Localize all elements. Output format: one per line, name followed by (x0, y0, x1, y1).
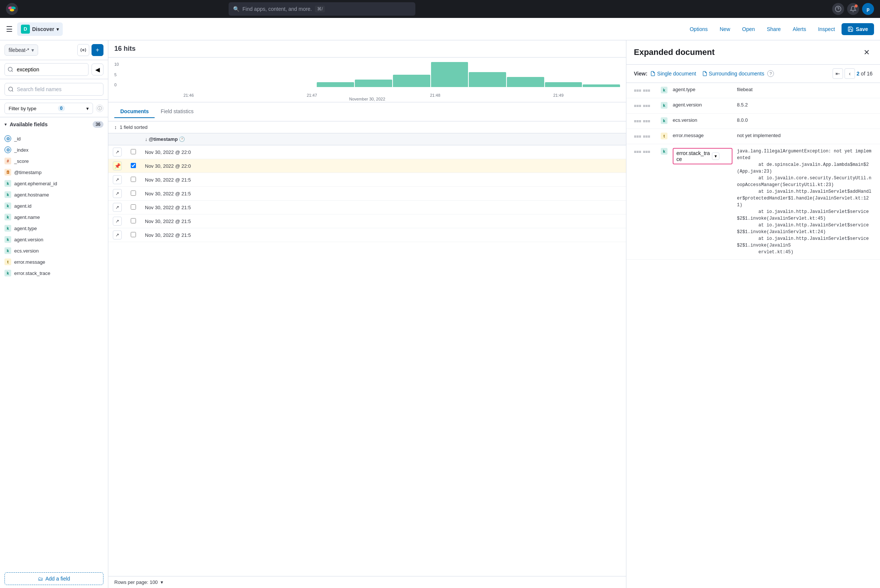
add-filter-button[interactable]: + (91, 44, 103, 56)
table-row: ↗ Nov 30, 2022 @ 21:5 (108, 187, 626, 201)
tab-field-statistics[interactable]: Field statistics (154, 105, 199, 118)
field-type-badge: k (661, 117, 667, 124)
add-field-button[interactable]: 🗂 Add a field (4, 572, 103, 585)
row-checkbox[interactable] (131, 163, 136, 168)
row-checkbox[interactable] (131, 190, 136, 196)
elastic-logo (6, 3, 18, 15)
prev-page-button[interactable]: ‹ (844, 68, 855, 79)
row-expand-button[interactable]: ↗ (113, 175, 122, 184)
hits-bar: 16 hits (108, 40, 626, 57)
user-avatar[interactable]: p (862, 3, 874, 15)
tab-documents[interactable]: Documents (114, 105, 154, 118)
share-button[interactable]: Share (762, 24, 786, 34)
chart-bar (355, 80, 392, 87)
row-expand-button[interactable]: ↗ (113, 147, 122, 156)
field-item-agent-name[interactable]: k agent.name (0, 212, 108, 223)
inspect-button[interactable]: Inspect (813, 24, 840, 34)
row-expand-button[interactable]: ↗ (113, 203, 122, 212)
index-pattern-label: filebeat-* (9, 47, 29, 53)
chart-area: 10 5 0 21:46 21:47 (108, 57, 626, 102)
field-item-index[interactable]: ⊙ _index (0, 144, 108, 155)
field-item-ecs-version[interactable]: k ecs.version (0, 245, 108, 256)
field-row-error-stack-trace: ≡≡≡ ≡≡≡ k error.stack_trace ▾ java.lang.… (627, 144, 880, 260)
alerts-button[interactable]: Alerts (787, 24, 811, 34)
pagination-bar: Rows per page: 100 ▾ (108, 576, 626, 588)
row-checkbox[interactable] (131, 218, 136, 224)
field-action-toggle2[interactable]: ≡≡≡ (643, 133, 650, 140)
field-item-id[interactable]: ⊙ _id (0, 133, 108, 144)
field-item-timestamp[interactable]: 🗓 @timestamp (0, 166, 108, 178)
filter-info-icon[interactable]: ⓘ (96, 105, 103, 112)
stack-trace-text: java.lang.IllegalArgumentException: not … (737, 148, 873, 255)
single-document-link[interactable]: Single document (650, 70, 696, 76)
row-checkbox[interactable] (131, 177, 136, 182)
field-type-badge: k (661, 102, 667, 109)
field-action-toggle2[interactable]: ≡≡≡ (643, 87, 650, 94)
field-action-toggle2[interactable]: ≡≡≡ (643, 102, 650, 110)
chart-bars (127, 62, 620, 87)
top-nav: 🔍 Find apps, content, and more. ⌘/ p (0, 0, 880, 18)
global-search-bar[interactable]: 🔍 Find apps, content, and more. ⌘/ (229, 2, 415, 16)
index-pattern-selector[interactable]: filebeat-* ▾ (4, 45, 38, 56)
field-type-badge-k4: k (4, 214, 11, 220)
field-item-agent-id[interactable]: k agent.id (0, 200, 108, 212)
row-expand-button[interactable]: ↗ (113, 217, 122, 226)
surrounding-docs-link[interactable]: Surrounding documents (702, 70, 765, 76)
row-expand-button[interactable]: 📌 (113, 161, 122, 170)
field-action-toggle2[interactable]: ≡≡≡ (643, 117, 650, 125)
row-checkbox[interactable] (131, 149, 136, 154)
rows-per-page-caret[interactable]: ▾ (160, 579, 163, 585)
field-item-agent-type[interactable]: k agent.type (0, 223, 108, 234)
available-fields-count: 36 (93, 121, 103, 128)
collapse-sidebar-button[interactable]: ◀ (91, 63, 103, 75)
filter-type-dropdown[interactable]: Filter by type 0 ▾ (4, 103, 93, 114)
new-button[interactable]: New (715, 24, 735, 34)
field-action-toggle[interactable]: ≡≡≡ (634, 148, 641, 155)
hits-count: 16 hits (114, 45, 136, 52)
chart-bar (583, 84, 620, 87)
discover-app-button[interactable]: D Discover ▾ (17, 22, 63, 36)
close-panel-button[interactable]: ✕ (861, 46, 873, 58)
field-name-cell: error.message (673, 133, 733, 138)
field-action-toggle2[interactable]: ≡≡≡ (643, 148, 650, 155)
field-item-error-message[interactable]: t error.message (0, 256, 108, 267)
stack-trace-expand-button[interactable]: ▾ (712, 152, 720, 160)
second-nav: ☰ D Discover ▾ Options New Open Share Al… (0, 18, 880, 40)
available-fields-chevron[interactable]: ▾ (4, 122, 7, 127)
first-page-button[interactable]: ⇤ (832, 68, 843, 79)
save-button[interactable]: Save (841, 23, 874, 35)
notifications-icon[interactable] (847, 3, 859, 15)
nav-controls: ⇤ ‹ 2 of 16 (832, 68, 873, 79)
field-value-cell: not yet implemented (737, 133, 873, 138)
field-item-score[interactable]: # _score (0, 155, 108, 166)
field-item-ephemeral-id[interactable]: k agent.ephemeral_id (0, 178, 108, 189)
index-dropdown-icon: ▾ (31, 47, 34, 53)
row-timestamp: Nov 30, 2022 @ 21:5 (141, 228, 626, 242)
field-type-indicator: k (661, 87, 668, 93)
timestamp-col-header[interactable]: ↓ @timestamp 🕐 (141, 134, 626, 146)
field-action-toggle[interactable]: ≡≡≡ (634, 117, 641, 125)
row-expand-button[interactable]: ↗ (113, 231, 122, 240)
open-button[interactable]: Open (737, 24, 760, 34)
field-item-error-stack-trace[interactable]: k error.stack_trace (0, 267, 108, 279)
search-fields-input[interactable] (4, 83, 103, 96)
field-type-badge-t1: t (4, 258, 11, 265)
surrounding-docs-help-icon[interactable]: ? (767, 70, 774, 77)
row-checkbox[interactable] (131, 204, 136, 210)
query-input[interactable] (4, 63, 88, 76)
row-timestamp: Nov 30, 2022 @ 22:0 (141, 159, 626, 173)
field-action-toggle[interactable]: ≡≡≡ (634, 102, 641, 110)
field-item-agent-version[interactable]: k agent.version (0, 234, 108, 245)
menu-toggle[interactable]: ☰ (6, 25, 13, 34)
page-indicator: 2 of 16 (856, 70, 873, 76)
field-action-toggle[interactable]: ≡≡≡ (634, 87, 641, 94)
filter-settings-button[interactable] (77, 44, 89, 56)
help-icon[interactable] (832, 3, 844, 15)
options-button[interactable]: Options (684, 24, 713, 34)
available-fields-header: ▾ Available fields 36 (0, 117, 108, 132)
row-checkbox[interactable] (131, 232, 136, 237)
row-expand-button[interactable]: ↗ (113, 189, 122, 198)
field-action-toggle[interactable]: ≡≡≡ (634, 133, 641, 140)
field-item-hostname[interactable]: k agent.hostname (0, 189, 108, 200)
expanded-document-panel: Expanded document ✕ View: Single documen… (626, 40, 880, 588)
